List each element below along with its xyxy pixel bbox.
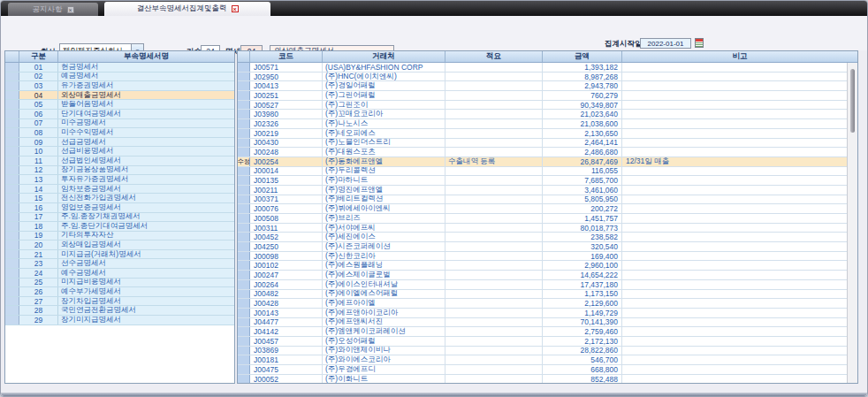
row-edit-flag-cell	[238, 375, 250, 384]
statement-list-row[interactable]: 16영업보증금명세서	[5, 203, 234, 213]
note-cell	[622, 73, 857, 81]
statement-list-row[interactable]: 09선급금명세서	[5, 138, 234, 148]
customer-detail-row[interactable]: J00508(주)브리즈1,451,757	[238, 214, 857, 224]
statement-list-row[interactable]: 24예수금명세서	[5, 269, 234, 279]
statement-list-row[interactable]: 23선수금명세서	[5, 259, 234, 269]
statement-list-row[interactable]: 07미수금명세서	[5, 119, 234, 129]
amount-cell: 760,279	[543, 91, 622, 100]
row-selector-cell	[5, 63, 19, 72]
customer-detail-row[interactable]: J00248(주)대원스포츠2,486,680	[238, 148, 857, 157]
customer-detail-row[interactable]: J00413(주)경일어패럴2,943,780	[238, 81, 857, 91]
statement-name-cell: 주.임.종단기대여금명세서	[58, 222, 234, 231]
statement-list-row[interactable]: 02예금명세서	[5, 73, 234, 82]
customer-detail-row[interactable]: J00247(주)에스제이글로벌14,654,222	[238, 271, 857, 280]
customer-name-cell: (주)베리트컬렉션	[323, 195, 445, 204]
statement-list-row[interactable]: 18주.임.종단기대여금명세서	[5, 222, 234, 232]
statement-list-row[interactable]: 27장기차입금명세서	[5, 297, 234, 307]
customer-detail-row[interactable]: J00452(주)세진에이스238,582	[238, 233, 857, 242]
amount-cell: 21,038,600	[543, 119, 622, 128]
customer-detail-row[interactable]: J00264(주)에이스인터내셔날17,437,180	[238, 280, 857, 290]
customer-detail-row[interactable]: J00251(주)그린어패럴760,279	[238, 91, 857, 101]
customer-detail-row[interactable]: J00135(주)마하니트7,685,700	[238, 176, 857, 186]
customer-detail-row[interactable]: 수정J00254(주)동화에프앤엘수출내역 등록26,847,46912/31일…	[238, 157, 857, 167]
customer-detail-row[interactable]: J03869(주)와이앤제이비나28,822,860	[238, 347, 857, 356]
customer-detail-row[interactable]: J02950(주)HNC(에이치엔씨)8,987,268	[238, 73, 857, 82]
calendar-icon[interactable]	[695, 38, 704, 48]
close-icon[interactable]: ×	[67, 6, 74, 13]
scrollbar-thumb[interactable]	[850, 69, 855, 133]
statement-name-cell: 예금명세서	[58, 73, 234, 81]
statement-code-cell: 10	[19, 147, 58, 156]
customer-detail-row[interactable]: J00211(주)명진에프앤엘3,461,060	[238, 186, 857, 195]
row-selector-cell	[5, 194, 19, 202]
customer-detail-row[interactable]: J00181(주)와이에스코리아546,700	[238, 355, 857, 365]
tab-notice[interactable]: 공지사항 ×	[8, 3, 98, 16]
customer-detail-row[interactable]: J00371(주)베리트컬렉션5,805,950	[238, 195, 857, 205]
statement-list-row[interactable]: 01현금명세서	[5, 63, 234, 73]
customer-detail-row[interactable]: J02326(주)나노시스21,038,600	[238, 119, 857, 129]
row-edit-flag-cell	[238, 337, 250, 346]
customer-detail-row[interactable]: J00428(주)에프아이엘2,129,600	[238, 299, 857, 309]
customer-detail-row[interactable]: J00098(주)신한코리아169,400	[238, 252, 857, 262]
amount-cell: 1,173,150	[543, 290, 622, 299]
customer-detail-row[interactable]: J00430(주)노블인더스트리2,464,141	[238, 139, 857, 149]
memo-cell	[445, 375, 543, 384]
customer-detail-row[interactable]: J00457(주)오성어패럴2,172,130	[238, 337, 857, 347]
memo-cell	[445, 355, 543, 364]
close-icon[interactable]: ×	[232, 5, 239, 12]
statement-code-cell: 19	[19, 232, 58, 240]
statement-list-row[interactable]: 29장기미지급명세서	[5, 316, 234, 325]
row-edit-flag-cell	[238, 186, 250, 195]
statement-list-row[interactable]: 12장기금융상품명세서	[5, 166, 234, 176]
statement-list-row[interactable]: 21미지급금(거래처)명세서	[5, 250, 234, 260]
statement-list-row[interactable]: 26예수부가세명세서	[5, 287, 234, 297]
customer-detail-row[interactable]: J00475(주)우경에프디668,800	[238, 365, 857, 375]
customer-detail-body: J00571(USA)BY&HFASHION CORP1,393,182J029…	[238, 63, 857, 384]
customer-detail-row[interactable]: J00219(주)네오피에스2,130,650	[238, 129, 857, 139]
statement-list-row[interactable]: 03유가증권명세서	[5, 81, 234, 91]
customer-detail-row[interactable]: J00311(주)서야에프씨80,018,773	[238, 224, 857, 233]
memo-cell	[445, 233, 543, 241]
customer-detail-row[interactable]: J00527(주)그린조이90,349,807	[238, 101, 857, 111]
start-date-input[interactable]: 2022-01-01	[640, 38, 691, 49]
row-edit-flag-cell	[238, 290, 250, 299]
amount-cell: 1,393,182	[543, 63, 622, 72]
customer-detail-row[interactable]: J00571(USA)BY&HFASHION CORP1,393,182	[238, 63, 857, 73]
note-cell	[622, 101, 857, 110]
statement-list-row[interactable]: 04외상매출금명세서	[5, 91, 234, 101]
customer-detail-row[interactable]: J00143(주)에프앤아이코리아1,149,729	[238, 309, 857, 318]
statement-list-row[interactable]: 11선급법인세명세서	[5, 157, 234, 166]
statement-list-row[interactable]: 05받을어음명세서	[5, 100, 234, 110]
customer-detail-row[interactable]: J00102(주)에스원플래닝2,960,100	[238, 261, 857, 271]
tab-settlement-statements[interactable]: 결산부속명세서집계및출력 ×	[104, 2, 270, 16]
customer-name-cell: (주)나노시스	[323, 119, 445, 128]
statement-list-row[interactable]: 13투자유가증권명세서	[5, 175, 234, 185]
customer-detail-row[interactable]: J04142(주)엠앤케이코퍼레이션2,759,460	[238, 327, 857, 337]
customer-detail-row[interactable]: J00482(주)에이엘에스어패럴1,173,150	[238, 290, 857, 300]
row-edit-flag-cell	[238, 204, 250, 213]
customer-detail-row[interactable]: J03980(주)꼬매요코리아21,023,640	[238, 110, 857, 119]
statement-list-row[interactable]: 20외상매입금명세서	[5, 240, 234, 250]
customer-detail-row[interactable]: J00014(주)두리콜렉션116,055	[238, 167, 857, 177]
statement-list-row[interactable]: 28국민연금전환금명세서	[5, 306, 234, 316]
statement-code-cell: 26	[19, 287, 58, 296]
customer-detail-row[interactable]: J04250(주)시즌코퍼레이션320,540	[238, 242, 857, 252]
statement-list-row[interactable]: 19기타의투자자산	[5, 232, 234, 241]
statement-code-cell: 08	[19, 128, 58, 137]
statement-list-row[interactable]: 25미지급비용명세서	[5, 279, 234, 288]
statement-list-row[interactable]: 06단기대여금명세서	[5, 110, 234, 119]
customer-detail-row[interactable]: J04477(주)에프앤씨서진70,141,390	[238, 318, 857, 328]
customer-detail-row[interactable]: J00076(주)뷔에세아이엔씨200,272	[238, 204, 857, 214]
customer-detail-row[interactable]: J00052(주)이화니트852,488	[238, 375, 857, 384]
customer-code-cell: J00181	[250, 355, 323, 364]
statement-list-row[interactable]: 15전신전화가입권명세서	[5, 194, 234, 203]
row-selector-cell	[5, 110, 19, 118]
note-cell	[622, 186, 857, 195]
statement-list-row[interactable]: 08미수수익명세서	[5, 128, 234, 138]
statement-list-row[interactable]: 14임차보증금명세서	[5, 185, 234, 195]
statement-name-cell: 외상매출금명세서	[58, 91, 234, 100]
statement-list-row[interactable]: 17주.임.종장기채권명세서	[5, 213, 234, 223]
header-gubun: 구분	[19, 51, 58, 62]
statement-list-row[interactable]: 10선급비용명세서	[5, 147, 234, 157]
vertical-scrollbar[interactable]	[847, 63, 857, 383]
